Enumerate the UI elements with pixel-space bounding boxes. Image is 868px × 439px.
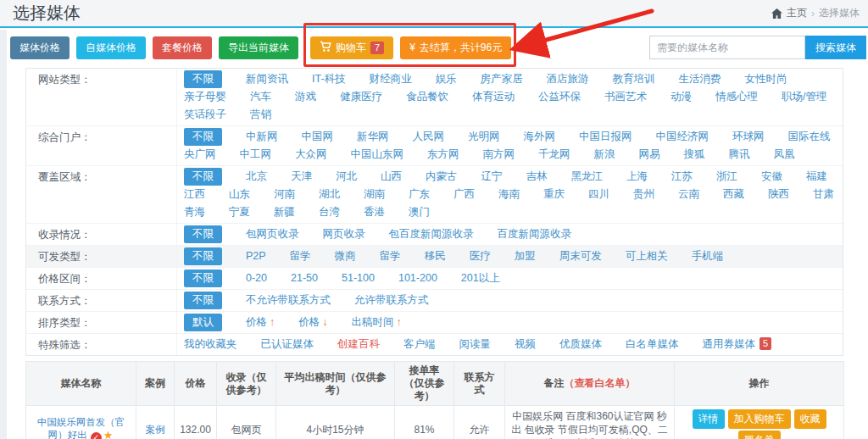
filter-option[interactable]: 51-100 [342, 270, 375, 287]
filter-option[interactable]: 游戏 [295, 88, 316, 106]
filter-option[interactable]: 可上相关 [626, 247, 668, 265]
filter-option[interactable]: 阅读量 [459, 336, 492, 353]
filter-option[interactable]: 西藏 [723, 186, 744, 203]
filter-option[interactable]: 江苏 [671, 168, 693, 186]
filter-option[interactable]: 健康医疗 [340, 88, 382, 106]
filter-option[interactable]: 加盟 [515, 247, 536, 265]
filter-option[interactable]: 体育运动 [472, 88, 515, 106]
media-price-button[interactable]: 媒体价格 [10, 36, 70, 59]
filter-option[interactable]: 山东 [229, 186, 250, 203]
filter-option[interactable]: 价格↑ [246, 314, 275, 331]
filter-option[interactable]: 央广网 [184, 146, 216, 164]
filter-option[interactable]: 环球网 [732, 128, 765, 146]
filter-option[interactable]: 河南 [274, 186, 295, 203]
filter-option[interactable]: 房产家居 [481, 70, 523, 88]
filter-option[interactable]: 福建 [806, 168, 827, 186]
filter-option[interactable]: 不限 [184, 225, 222, 243]
filter-option[interactable]: 不限 [184, 247, 222, 265]
filter-option[interactable]: 北京 [246, 168, 267, 186]
filter-option[interactable]: 21-50 [291, 270, 318, 287]
filter-option[interactable]: 0-20 [246, 270, 267, 287]
filter-option[interactable]: 浙江 [716, 168, 737, 186]
filter-option[interactable]: 中国山东网 [351, 146, 404, 164]
filter-option[interactable]: 内蒙古 [426, 168, 458, 186]
filter-option[interactable]: 千龙网 [538, 146, 570, 164]
filter-option[interactable]: 广东 [409, 186, 430, 203]
filter-option[interactable]: 优质媒体 [559, 336, 602, 353]
filter-option[interactable]: 价格↓ [298, 314, 327, 331]
search-input[interactable] [649, 36, 805, 59]
filter-option[interactable]: P2P [246, 247, 266, 265]
filter-option[interactable]: 山西 [381, 168, 402, 186]
filter-option[interactable]: 宁夏 [229, 203, 250, 221]
filter-option[interactable]: 酒店旅游 [547, 70, 589, 88]
filter-option[interactable]: 不限 [184, 168, 222, 186]
filter-option[interactable]: 网页收录 [323, 225, 365, 243]
filter-option[interactable]: 食品餐饮 [406, 88, 448, 106]
filter-option[interactable]: 娱乐 [436, 70, 457, 88]
filter-option[interactable]: 教育培训 [613, 70, 655, 88]
filter-option[interactable]: 中新网 [246, 128, 278, 146]
filter-option[interactable]: 201以上 [461, 270, 500, 287]
favorite-star-icon[interactable]: ★ [103, 429, 114, 439]
filter-option[interactable]: 包百度新闻源收录 [389, 225, 474, 243]
filter-option[interactable]: 大众网 [295, 146, 327, 164]
filter-option[interactable]: 安徽 [761, 168, 782, 186]
filter-option[interactable]: 通用券媒体5 [703, 336, 772, 353]
filter-option[interactable]: 中国经济网 [656, 128, 709, 146]
filter-option[interactable]: 不允许带联系方式 [246, 292, 331, 309]
search-media-button[interactable]: 搜索媒体 [805, 36, 866, 59]
filter-option[interactable]: 默认 [184, 314, 222, 331]
self-media-price-button[interactable]: 自媒体价格 [76, 36, 146, 59]
filter-option[interactable]: 亲子母婴 [184, 88, 226, 106]
filter-option[interactable]: 营销 [250, 106, 271, 124]
filter-option[interactable]: 海外网 [524, 128, 556, 146]
export-current-media-button[interactable]: 导出当前媒体 [219, 36, 298, 59]
add-to-cart-button[interactable]: 加入购物车 [728, 409, 791, 429]
filter-option[interactable]: 情感心理 [715, 88, 758, 106]
filter-option[interactable]: 黑龙江 [571, 168, 604, 186]
filter-option[interactable]: 搜狐 [684, 146, 705, 164]
filter-option[interactable]: 101-200 [398, 270, 437, 287]
filter-option[interactable]: 百度新闻源收录 [498, 225, 572, 243]
filter-option[interactable]: 不限 [184, 292, 222, 309]
filter-option[interactable]: 已认证媒体 [261, 336, 314, 353]
filter-option[interactable]: 允许带联系方式 [354, 292, 429, 309]
blacklist-button[interactable]: 黑名单 [738, 431, 781, 439]
filter-option[interactable]: 河北 [336, 168, 357, 186]
filter-option[interactable]: 网易 [639, 146, 660, 164]
filter-option[interactable]: 生活消费 [679, 70, 721, 88]
filter-option[interactable]: 青海 [184, 203, 205, 221]
cart-button[interactable]: 购物车 7 [310, 36, 393, 59]
filter-option[interactable]: IT-科技 [312, 70, 346, 88]
filter-option[interactable]: 台湾 [319, 203, 340, 221]
filter-option[interactable]: 吉林 [526, 168, 548, 186]
filter-option[interactable]: 我的收藏夹 [184, 336, 237, 353]
filter-option[interactable]: 新浪 [594, 146, 615, 164]
filter-option[interactable]: 江西 [184, 186, 205, 203]
detail-button[interactable]: 详情 [693, 409, 725, 429]
filter-option[interactable]: 汽车 [250, 88, 271, 106]
filter-option[interactable]: 医疗 [470, 247, 491, 265]
filter-option[interactable]: 笑话段子 [184, 106, 226, 124]
filter-option[interactable]: 广西 [453, 186, 475, 203]
filter-option[interactable]: 四川 [588, 186, 609, 203]
filter-option[interactable]: 甘肃 [813, 186, 834, 203]
filter-option[interactable]: 新华网 [357, 128, 389, 146]
filter-option[interactable]: 人民网 [413, 128, 445, 146]
filter-option[interactable]: 不限 [184, 70, 222, 88]
filter-option[interactable]: 公益环保 [538, 88, 581, 106]
filter-option[interactable]: 腾讯 [729, 146, 750, 164]
filter-option[interactable]: 天津 [291, 168, 312, 186]
filter-option[interactable]: 光明网 [468, 128, 500, 146]
package-price-button[interactable]: 套餐价格 [153, 36, 212, 59]
filter-option[interactable]: 不限 [184, 128, 222, 146]
filter-option[interactable]: 新闻资讯 [246, 70, 288, 88]
filter-option[interactable]: 客户端 [403, 336, 436, 353]
filter-option[interactable]: 创建百科 [337, 336, 380, 353]
filter-option[interactable]: 新疆 [274, 203, 295, 221]
filter-option[interactable]: 书画艺术 [604, 88, 647, 106]
filter-option[interactable]: 辽宁 [481, 168, 503, 186]
filter-option[interactable]: 陕西 [768, 186, 789, 203]
filter-option[interactable]: 贵州 [633, 186, 654, 203]
